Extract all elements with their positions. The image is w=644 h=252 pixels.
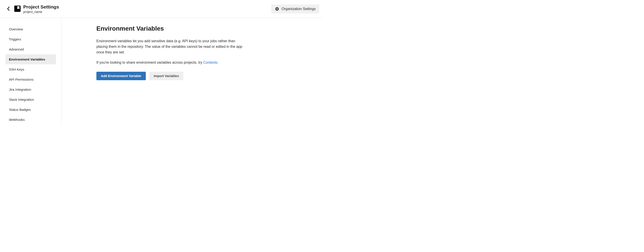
main-content: Environment Variables Environment variab… [62,18,322,126]
organization-settings-button[interactable]: Organization Settings [271,4,319,13]
description-prefix: If you're looking to share environment v… [96,60,203,64]
sidebar-item-slack-integration[interactable]: Slack Integration [5,94,56,105]
section-title: Environment Variables [96,25,244,32]
section-description: Environment variables let you add sensit… [96,38,244,55]
sidebar-item-label: Environment Variables [9,57,45,61]
header-titles: Project Settings project_name [23,4,59,14]
sidebar-item-label: Slack Integration [9,98,34,101]
project-name: project_name [23,10,59,14]
sidebar-item-label: Overview [9,27,23,31]
organization-settings-label: Organization Settings [282,7,316,11]
contexts-link[interactable]: Contexts [203,60,217,64]
sidebar-item-status-badges[interactable]: Status Badges [5,105,56,115]
sidebar-item-label: Webhooks [9,118,25,122]
sidebar-item-label: SSH Keys [9,67,24,71]
chevron-left-icon [7,6,10,11]
sidebar-item-label: Status Badges [9,108,31,111]
sidebar-item-label: Advanced [9,47,24,51]
content-wrapper: Environment Variables Environment variab… [96,25,244,80]
header-left: Project Settings project_name [5,4,59,14]
sidebar-item-api-permissions[interactable]: API Permissions [5,74,56,84]
button-row: Add Environment Variable Import Variable… [96,72,244,80]
bookmark-icon [17,6,20,9]
layout: Overview Triggers Advanced Environment V… [0,18,322,126]
sidebar-item-label: Jira Integration [9,88,31,91]
description-suffix: . [217,60,218,64]
sidebar-item-advanced[interactable]: Advanced [5,44,56,54]
import-variables-button[interactable]: Import Variables [149,72,184,80]
page-header: Project Settings project_name Organizati… [0,0,322,18]
sidebar-item-label: Triggers [9,37,21,41]
gear-icon [275,7,279,11]
sidebar-item-label: API Permissions [9,77,34,81]
sidebar: Overview Triggers Advanced Environment V… [0,18,62,126]
add-environment-variable-button[interactable]: Add Environment Variable [96,72,146,80]
sidebar-item-environment-variables[interactable]: Environment Variables [5,54,56,64]
sidebar-item-webhooks[interactable]: Webhooks [5,115,56,125]
back-button[interactable] [5,5,12,12]
section-description-contexts: If you're looking to share environment v… [96,60,244,65]
sidebar-item-ssh-keys[interactable]: SSH Keys [5,64,56,74]
page-title: Project Settings [23,4,59,10]
sidebar-item-jira-integration[interactable]: Jira Integration [5,84,56,94]
project-icon [14,5,20,12]
sidebar-item-overview[interactable]: Overview [5,24,56,34]
sidebar-item-triggers[interactable]: Triggers [5,34,56,44]
